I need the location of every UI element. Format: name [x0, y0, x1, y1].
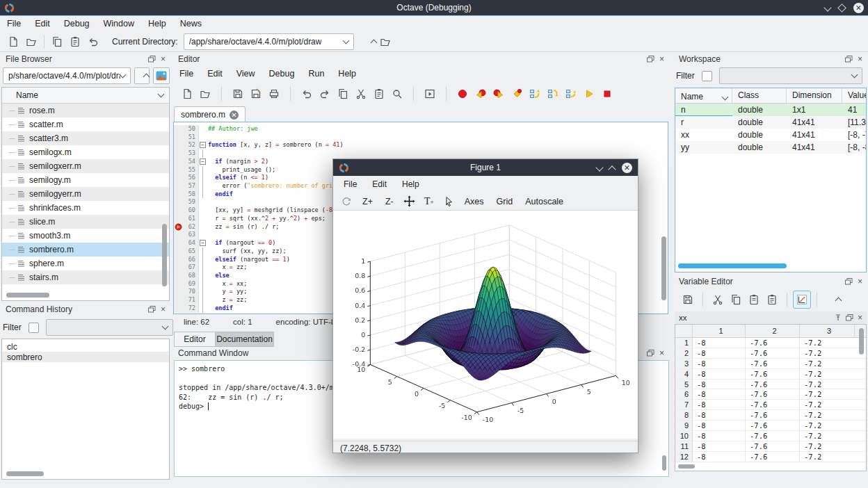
fold-marker-icon[interactable]: − [198, 239, 207, 247]
breakpoint-margin[interactable] [174, 174, 183, 182]
browse-directory-button[interactable] [376, 33, 394, 51]
workspace-row[interactable]: xxdouble41x41[-8, -7.6 [675, 129, 866, 141]
variable-grid-row[interactable]: 5-8-7.6-7.2 [675, 380, 866, 390]
history-entry[interactable]: sombrero [2, 352, 169, 362]
breakpoint-margin[interactable] [174, 149, 183, 158]
workspace-row[interactable]: rdouble41x41[11.314 [675, 116, 866, 129]
file-browser-path-combo[interactable]: p/share/octave/4.4.0/m/plot/draw [3, 67, 131, 84]
float-panel-icon[interactable] [846, 314, 853, 321]
variable-grid-hscrollbar[interactable] [678, 464, 695, 469]
sort-chevron-icon[interactable] [158, 91, 165, 98]
variable-cell[interactable]: -7.2 [800, 369, 855, 379]
variable-cell[interactable]: -7.6 [746, 410, 800, 420]
breakpoint-margin[interactable] [174, 247, 183, 256]
stop-debug-icon[interactable] [598, 85, 616, 103]
zoom-in-button[interactable]: Z+ [357, 195, 378, 208]
next-breakpoint-icon[interactable] [490, 85, 508, 103]
workspace-filter-combo[interactable] [719, 67, 862, 84]
save-icon[interactable] [679, 291, 697, 309]
variable-cell[interactable]: -7.2 [800, 431, 855, 441]
figure-menu-file[interactable]: File [336, 179, 364, 189]
undo-button[interactable] [84, 33, 102, 51]
maximize-icon[interactable] [837, 3, 846, 13]
file-row[interactable]: slice.m [2, 215, 169, 229]
variable-cell[interactable]: -7.6 [746, 359, 800, 368]
breakpoint-margin[interactable] [174, 182, 183, 190]
workspace-row[interactable]: ndouble1x141 [675, 104, 866, 116]
col-value[interactable]: Value [842, 88, 867, 103]
breakpoint-margin[interactable] [174, 280, 183, 288]
plot-variable-icon[interactable] [793, 291, 811, 309]
variable-grid-row[interactable]: 4-8-7.6-7.2 [675, 369, 866, 380]
variable-cell[interactable]: -7.2 [800, 348, 855, 358]
editor-menu-file[interactable]: File [172, 66, 200, 81]
file-column-header[interactable]: Name [16, 90, 38, 100]
variable-grid-row[interactable]: 12-8-7.6-7.2 [675, 452, 866, 462]
variable-cell[interactable]: -7.2 [800, 400, 855, 409]
close-icon[interactable]: × [858, 314, 862, 322]
editor-menu-run[interactable]: Run [301, 66, 331, 81]
code-line[interactable]: 52−function [x, y, z] = sombrero (n = 41… [174, 141, 668, 149]
figure-menu-edit[interactable]: Edit [364, 179, 394, 189]
breakpoint-margin[interactable] [174, 190, 183, 199]
variable-cell[interactable]: -7.6 [746, 348, 800, 358]
editor-menu-edit[interactable]: Edit [200, 66, 230, 81]
file-row[interactable]: scatter3.m [2, 131, 169, 145]
float-panel-icon[interactable] [647, 56, 654, 63]
save-icon[interactable] [229, 85, 247, 103]
print-icon[interactable] [265, 85, 283, 103]
float-panel-icon[interactable] [148, 306, 156, 313]
editor-tab-sombrero[interactable]: sombrero.m ✕ [174, 106, 246, 122]
close-panel-icon[interactable]: × [659, 55, 664, 63]
variable-cell[interactable]: -8 [693, 421, 746, 430]
select-tool-icon[interactable] [440, 193, 458, 211]
close-icon[interactable]: ✕ [622, 163, 632, 173]
variable-cell[interactable]: -8 [693, 389, 746, 399]
paste-icon[interactable] [370, 85, 388, 103]
breakpoint-margin[interactable] [174, 215, 183, 223]
paste-table-icon[interactable] [763, 291, 781, 309]
variable-cell[interactable]: -8 [693, 348, 746, 358]
open-file-icon[interactable] [196, 85, 214, 103]
chevron-down-icon[interactable] [342, 37, 349, 44]
variable-cell[interactable]: -7.2 [800, 338, 855, 348]
menu-window[interactable]: Window [97, 16, 141, 31]
float-panel-icon[interactable] [845, 56, 853, 63]
new-script-button[interactable] [4, 33, 22, 51]
pin-icon[interactable] [835, 314, 842, 321]
variable-cell[interactable]: -7.6 [746, 380, 800, 389]
variable-cell[interactable]: -7.2 [800, 452, 855, 462]
menu-news[interactable]: News [173, 16, 209, 31]
variable-cell[interactable]: -8 [693, 338, 746, 348]
code-line[interactable]: 51 [174, 133, 668, 142]
file-row[interactable]: sombrero.m [2, 243, 169, 257]
variable-cell[interactable]: -7.2 [800, 410, 855, 420]
chevron-down-icon[interactable] [120, 72, 127, 79]
fold-marker-icon[interactable]: − [198, 158, 207, 166]
editor-vscrollbar[interactable] [661, 236, 666, 300]
filter-checkbox[interactable] [29, 323, 39, 333]
file-row[interactable]: stairs.m [2, 270, 169, 284]
variable-cell[interactable]: -7.6 [746, 389, 800, 399]
variable-grid-row[interactable]: 6-8-7.6-7.2 [675, 389, 866, 400]
history-hscrollbar[interactable] [6, 471, 44, 476]
file-browser-actions-button[interactable] [153, 67, 170, 84]
variable-cell[interactable]: -7.2 [800, 421, 855, 430]
variable-cell[interactable]: -8 [693, 369, 746, 379]
variable-grid-vscrollbar[interactable] [859, 328, 864, 355]
workspace-hscrollbar[interactable] [678, 263, 787, 268]
figure-menu-help[interactable]: Help [394, 179, 427, 189]
variable-cell[interactable]: -8 [693, 441, 746, 451]
copy-icon[interactable] [727, 291, 745, 309]
maximize-icon[interactable] [608, 165, 616, 173]
autoscale-button[interactable]: Autoscale [520, 195, 569, 208]
figure-plot-canvas[interactable] [333, 211, 638, 439]
toggle-breakpoint-icon[interactable] [453, 85, 472, 103]
previous-breakpoint-icon[interactable] [472, 85, 490, 103]
col-name[interactable]: Name [675, 88, 732, 103]
breakpoint-margin[interactable] [174, 198, 183, 206]
menu-file[interactable]: File [0, 16, 28, 31]
figure-window[interactable]: Figure 1 ✕ File Edit Help Z+ Z- T+ Axes … [332, 158, 638, 453]
command-window-vscrollbar[interactable] [662, 455, 666, 471]
breakpoint-margin[interactable] [174, 256, 183, 264]
